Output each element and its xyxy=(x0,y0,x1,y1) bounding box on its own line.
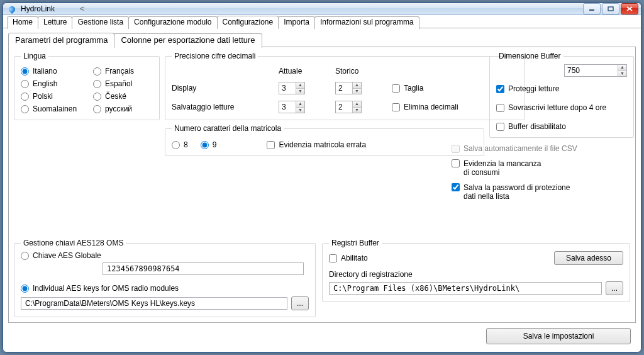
lang-espanol[interactable]: Español xyxy=(93,79,153,88)
lang-russian[interactable]: русский xyxy=(93,104,153,113)
close-button[interactable] xyxy=(621,3,638,14)
group-aes: Gestione chiavi AES128 OMS Chiave AES Gl… xyxy=(14,239,316,317)
check-evidenzia-matricola[interactable]: Evidenzia matricola errata xyxy=(267,140,366,149)
spin-up[interactable]: ▲ xyxy=(618,65,626,71)
matric-9[interactable]: 9 xyxy=(201,140,217,149)
inner-tabstrip: Parametri del programma Colonne per espo… xyxy=(8,32,636,47)
aes-individual-radio[interactable]: Individual AES keys for OMS radio module… xyxy=(21,284,309,293)
check-sovrascrivi[interactable]: Sovrascrivi letture dopo 4 ore xyxy=(496,103,627,112)
spin-up[interactable]: ▲ xyxy=(296,101,304,108)
svg-rect-1 xyxy=(608,7,613,11)
group-matricola-title: Numero caratteri della matricola xyxy=(172,124,284,133)
prec-col-storico: Storico xyxy=(335,67,379,76)
group-matricola: Numero caratteri della matricola 8 9 Evi… xyxy=(165,124,484,156)
registri-dir-input[interactable] xyxy=(329,282,602,295)
outer-tab-body: Parametri del programma Colonne per espo… xyxy=(3,28,641,352)
prec-col-attuale: Attuale xyxy=(279,67,323,76)
aes-global-key-input[interactable] xyxy=(103,262,304,275)
buffer-size-input[interactable]: ▲▼ xyxy=(564,64,627,77)
spin-down[interactable]: ▼ xyxy=(353,108,361,113)
tab-configurazione[interactable]: Configurazione xyxy=(217,16,279,28)
spin-down[interactable]: ▼ xyxy=(296,89,304,94)
subtab-parametri[interactable]: Parametri del programma xyxy=(8,33,114,47)
registri-dir-label: Directory di registrazione xyxy=(329,270,623,279)
group-precisione-title: Precisione cifre decimali xyxy=(172,52,258,60)
aes-keys-path-input[interactable] xyxy=(21,297,287,310)
collapse-indicator[interactable]: < xyxy=(80,4,84,13)
lang-francais[interactable]: Français xyxy=(93,67,153,76)
group-buffer: Dimensione Buffer ▲▼ Proteggi letture So… xyxy=(489,52,634,138)
check-registri-abilitato[interactable]: Abilitato xyxy=(329,254,368,262)
prec-salv-storico[interactable]: ▲▼ xyxy=(335,101,362,113)
spin-down[interactable]: ▼ xyxy=(353,89,361,94)
lang-ceske[interactable]: České xyxy=(93,92,153,101)
prec-salv-attuale[interactable]: ▲▼ xyxy=(279,101,305,113)
titlebar[interactable]: HydroLink < xyxy=(3,3,641,15)
app-icon xyxy=(7,4,17,14)
tab-gestione-lista[interactable]: Gestione lista xyxy=(72,16,129,29)
check-proteggi-letture[interactable]: Proteggi letture xyxy=(496,84,627,93)
tab-config-modulo[interactable]: Configurazione modulo xyxy=(128,16,217,29)
spin-up[interactable]: ▲ xyxy=(296,82,304,89)
window-title: HydroLink xyxy=(21,4,55,13)
group-lingua-title: Lingua xyxy=(21,52,48,60)
lang-italiano[interactable]: Italiano xyxy=(21,67,80,76)
group-registri: Registri Buffer Abilitato Salva adesso D… xyxy=(322,239,630,302)
check-evidenzia-consumi[interactable]: Evidenzia la mancanzadi consumi xyxy=(452,159,634,177)
check-salva-csv[interactable]: Salva automaticamente il file CSV xyxy=(452,144,634,153)
inner-panel: Lingua Italiano Français English Español… xyxy=(8,47,636,323)
tab-letture[interactable]: Letture xyxy=(38,16,72,29)
lang-english[interactable]: English xyxy=(21,79,80,88)
group-lingua: Lingua Italiano Français English Español… xyxy=(14,52,160,120)
prec-display-storico[interactable]: ▲▼ xyxy=(335,82,362,94)
aes-browse-button[interactable]: ... xyxy=(291,296,309,310)
subtab-colonne[interactable]: Colonne per esportazione dati letture xyxy=(114,33,262,48)
minimize-button[interactable] xyxy=(583,3,601,14)
prec-row-salv-label: Salvataggio letture xyxy=(172,103,266,111)
group-precisione: Precisione cifre decimali Attuale Storic… xyxy=(165,52,525,120)
matric-8[interactable]: 8 xyxy=(172,140,188,149)
lang-suomalainen[interactable]: Suomalainen xyxy=(21,104,80,113)
salva-adesso-button[interactable]: Salva adesso xyxy=(554,251,623,265)
aes-global-radio[interactable]: Chiave AES Globale xyxy=(21,251,309,260)
group-registri-title: Registri Buffer xyxy=(329,239,382,247)
prec-display-attuale[interactable]: ▲▼ xyxy=(279,82,305,94)
maximize-button[interactable] xyxy=(602,3,619,14)
check-salva-password[interactable]: Salva la password di protezionedati nell… xyxy=(452,183,634,201)
registri-browse-button[interactable]: ... xyxy=(606,281,623,295)
group-aes-title: Gestione chiavi AES128 OMS xyxy=(21,239,126,247)
spin-down[interactable]: ▼ xyxy=(296,108,304,113)
outer-tabstrip: Home Letture Gestione lista Configurazio… xyxy=(3,15,641,28)
check-buffer-disabilitato[interactable]: Buffer disabilitato xyxy=(496,122,627,131)
tab-importa[interactable]: Importa xyxy=(278,16,315,29)
lang-polski[interactable]: Polski xyxy=(21,92,80,101)
spin-up[interactable]: ▲ xyxy=(353,101,361,108)
prec-row-display-label: Display xyxy=(172,84,266,93)
spin-down[interactable]: ▼ xyxy=(618,71,626,77)
salva-impostazioni-button[interactable]: Salva le impostazioni xyxy=(486,328,631,344)
spin-up[interactable]: ▲ xyxy=(353,82,361,89)
app-window: HydroLink < Home Letture Gestione lista … xyxy=(3,3,641,352)
group-buffer-title: Dimensione Buffer xyxy=(496,52,564,60)
tab-info[interactable]: Informazioni sul programma xyxy=(314,16,419,29)
tab-home[interactable]: Home xyxy=(7,16,38,29)
